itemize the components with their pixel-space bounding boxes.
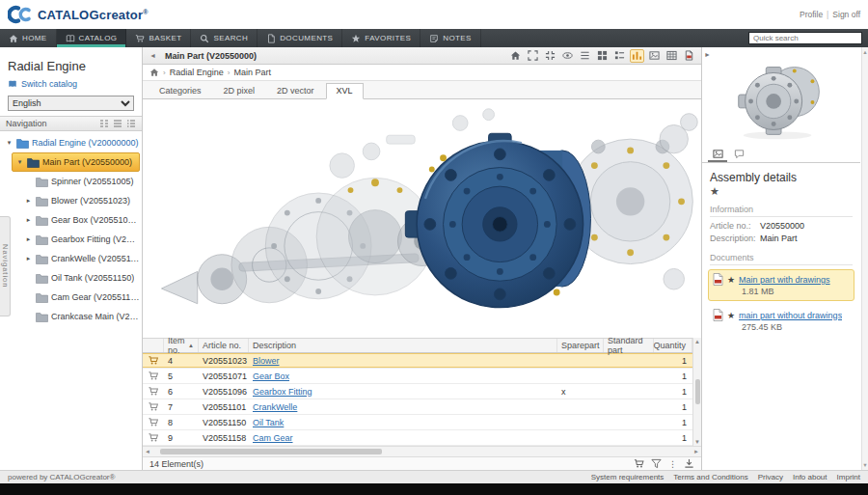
footer-link-terms[interactable]: Terms and Conditions xyxy=(673,473,747,481)
tree-item-spinner[interactable]: Spinner (V20551005) xyxy=(0,172,142,191)
viewer-3d-model[interactable] xyxy=(143,99,701,338)
fit-view-button[interactable] xyxy=(543,49,557,63)
sign-off-link[interactable]: Sign off xyxy=(832,10,860,19)
part-link[interactable]: Gear Box xyxy=(253,371,289,381)
footer-link-privacy[interactable]: Privacy xyxy=(758,473,783,481)
favorite-star-icon[interactable]: ★ xyxy=(710,186,853,197)
add-to-basket-icon[interactable] xyxy=(148,386,159,397)
tab-comments[interactable] xyxy=(729,148,748,162)
fullscreen-button[interactable] xyxy=(526,49,540,63)
part-thumbnail[interactable] xyxy=(724,55,838,142)
tree-item-gear-box[interactable]: ▸ Gear Box (V20551071) xyxy=(0,210,142,230)
visibility-button[interactable] xyxy=(560,49,575,63)
part-link[interactable]: Gearbox Fitting xyxy=(253,387,312,397)
language-select[interactable]: English xyxy=(8,96,134,111)
part-link[interactable]: Cam Gear xyxy=(253,433,293,443)
download-icon[interactable] xyxy=(684,458,694,469)
tile-layout-button[interactable] xyxy=(595,49,610,63)
list-view-icon[interactable] xyxy=(126,119,136,128)
tab-preview[interactable] xyxy=(708,148,727,162)
scroll-down-icon[interactable]: ▼ xyxy=(694,439,700,445)
footer-link-info-about[interactable]: Info about xyxy=(793,473,827,481)
table-vertical-scrollbar[interactable]: ▲ ▼ xyxy=(692,338,701,446)
add-to-basket-icon[interactable] xyxy=(148,417,159,427)
collapse-details-icon[interactable]: ► xyxy=(704,51,711,58)
document-link[interactable]: main part without drawings xyxy=(739,311,842,320)
table-row-blower[interactable]: 4 V20551023 Blower 1 xyxy=(143,353,692,369)
expand-open-icon[interactable]: ▾ xyxy=(15,158,24,166)
table-row-oil-tank[interactable]: 8 V20551150 Oil Tank 1 xyxy=(143,415,692,430)
column-header-standard-part[interactable]: Standard part xyxy=(604,339,654,352)
profile-link[interactable]: Profile xyxy=(800,10,823,19)
breadcrumb-level1[interactable]: Radial Engine xyxy=(170,68,224,77)
switch-catalog-link[interactable]: Switch catalog xyxy=(0,77,142,91)
tree-item-main-part-selected[interactable]: ▾ Main Part (V20550000) xyxy=(12,152,140,172)
tree-item-crankwelle[interactable]: ▸ CrankWelle (V20551101) xyxy=(0,249,142,268)
nav-item-home[interactable]: HOME xyxy=(0,29,57,47)
tree-item-cam-gear[interactable]: Cam Gear (V20551158) xyxy=(0,288,142,307)
expand-closed-icon[interactable]: ▸ xyxy=(24,216,33,224)
scroll-up-icon[interactable]: ▲ xyxy=(862,49,867,55)
tree-item-oil-tank[interactable]: Oil Tank (V20551150) xyxy=(0,268,142,288)
scroll-left-icon[interactable]: ◄ xyxy=(145,449,150,454)
footer-link-system-requirements[interactable]: System requirements xyxy=(591,473,665,481)
column-header-quantity[interactable]: Quantity xyxy=(654,339,692,352)
tree-item-gearbox-fitting[interactable]: ▸ Gearbox Fitting (V20551096) xyxy=(0,230,142,249)
scroll-up-icon[interactable]: ▲ xyxy=(694,339,700,344)
document-link[interactable]: Main part with drawings xyxy=(739,275,830,285)
table-row-crankwelle[interactable]: 7 V20551101 CrankWelle 1 xyxy=(143,399,692,415)
pdf-export-button[interactable] xyxy=(682,49,696,63)
expand-open-icon[interactable]: ▾ xyxy=(5,139,14,147)
collapse-navigation-icon[interactable]: ◄ xyxy=(148,52,158,59)
image-view-button[interactable] xyxy=(647,49,662,63)
expand-closed-icon[interactable]: ▸ xyxy=(24,255,33,262)
document-star-icon[interactable]: ★ xyxy=(727,275,735,285)
table-row-gearbox-fitting[interactable]: 6 V20551096 Gearbox Fitting x 1 xyxy=(143,384,692,399)
tab-categories[interactable]: Categories xyxy=(149,83,212,99)
column-header-item-no[interactable]: Item no.▲ xyxy=(164,339,199,352)
table-view-button[interactable] xyxy=(665,49,679,63)
tree-item-radial-engine[interactable]: ▾ Radial Engine (V20000000) xyxy=(0,133,142,152)
document-item[interactable]: ★ main part without drawings 275.45 KB xyxy=(708,305,854,337)
scrollbar-thumb[interactable] xyxy=(160,449,382,454)
quick-search-input[interactable] xyxy=(748,32,862,44)
document-star-icon[interactable]: ★ xyxy=(727,311,735,320)
table-row-cam-gear[interactable]: 9 V20551158 Cam Gear 1 xyxy=(143,430,692,446)
tab-2d-vector[interactable]: 2D vector xyxy=(266,83,325,99)
filter-icon[interactable] xyxy=(651,458,662,469)
nav-item-favorites[interactable]: FAVORITES xyxy=(342,29,420,47)
tree-view-icon[interactable] xyxy=(99,119,109,128)
details-scrollbar[interactable]: ▲ ▼ xyxy=(861,47,868,470)
scroll-down-icon[interactable]: ▼ xyxy=(862,462,867,468)
tree-item-blower[interactable]: ▸ Blower (V20551023) xyxy=(0,191,142,210)
part-link[interactable]: Oil Tank xyxy=(253,418,284,427)
column-header-description[interactable]: Description xyxy=(249,339,557,352)
navigation-collapse-tab[interactable]: Navigation xyxy=(0,216,11,316)
view-3d-button[interactable] xyxy=(630,49,644,63)
basket-all-icon[interactable] xyxy=(634,458,644,469)
home-view-button[interactable] xyxy=(508,49,523,63)
add-to-basket-icon[interactable] xyxy=(148,371,159,381)
add-to-basket-icon[interactable] xyxy=(148,355,159,366)
table-row-gear-box[interactable]: 5 V20551071 Gear Box 1 xyxy=(143,369,692,384)
scrollbar-thumb[interactable] xyxy=(695,379,700,404)
add-to-basket-icon[interactable] xyxy=(148,401,159,412)
document-item-selected[interactable]: ★ Main part with drawings 1.81 MB xyxy=(708,269,854,301)
breadcrumb-level2[interactable]: Main Part xyxy=(233,68,271,77)
nav-item-notes[interactable]: NOTES xyxy=(420,29,481,47)
nav-item-basket[interactable]: BASKET xyxy=(126,29,191,47)
home-icon[interactable] xyxy=(149,68,159,77)
nav-item-documents[interactable]: DOCUMENTS xyxy=(258,29,342,47)
column-header-sparepart[interactable]: Sparepart xyxy=(557,339,604,352)
table-horizontal-scrollbar[interactable]: ◄ ► xyxy=(143,446,701,456)
list-layout-button[interactable] xyxy=(578,49,592,63)
expand-closed-icon[interactable]: ▸ xyxy=(24,197,33,205)
tab-2d-pixel[interactable]: 2D pixel xyxy=(213,83,266,99)
column-header-article-no[interactable]: Article no. xyxy=(199,339,249,352)
index-view-icon[interactable] xyxy=(113,119,122,128)
nav-item-catalog[interactable]: CATALOG xyxy=(57,29,127,47)
add-to-basket-icon[interactable] xyxy=(148,432,159,443)
tree-item-crankcase-main[interactable]: Crankcase Main (V20551167) xyxy=(0,307,142,326)
expand-closed-icon[interactable]: ▸ xyxy=(24,235,33,243)
part-link[interactable]: Blower xyxy=(253,356,280,366)
